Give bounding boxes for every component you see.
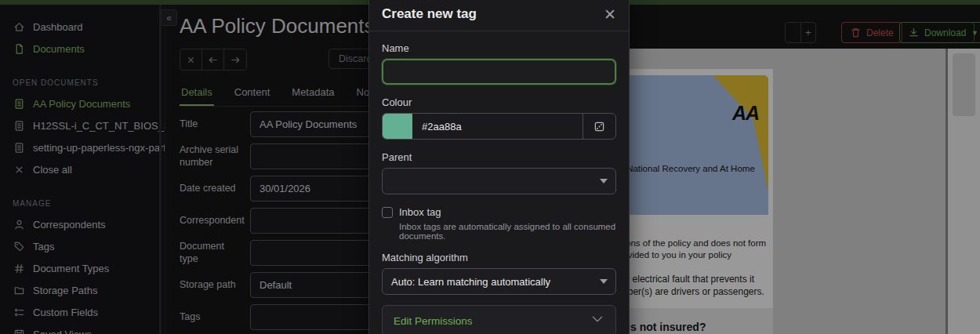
name-label: Name [382,42,616,54]
inbox-tag-hint: Inbox tags are automatically assigned to… [382,222,616,241]
colour-swatch [383,114,412,139]
chevron-down-icon [590,312,604,329]
colour-label: Colour [382,96,616,108]
paperless-app: Dashboard Documents OPEN DOCUMENTS AA Po… [0,0,980,334]
close-icon[interactable]: ✕ [604,7,616,22]
random-colour-button[interactable] [583,114,615,139]
create-tag-modal: Create new tag ✕ Name Colour Parent [368,0,630,334]
colour-input-group [382,113,616,140]
inbox-tag-checkbox[interactable] [382,207,393,218]
matching-algorithm-label: Matching algorithm [382,252,616,263]
chevron-down-icon [600,179,608,183]
modal-header: Create new tag ✕ [369,0,629,31]
edit-permissions-label: Edit Permissions [394,315,473,327]
modal-body: Name Colour Parent [369,31,629,334]
dice-icon [593,121,605,133]
modal-title: Create new tag [382,6,477,22]
inbox-tag-label: Inbox tag [399,206,441,218]
tag-name-input[interactable] [382,59,616,85]
parent-label: Parent [382,151,616,163]
colour-hex-input[interactable] [412,114,583,139]
edit-permissions-accordion[interactable]: Edit Permissions [382,305,616,334]
chevron-down-icon [600,279,608,284]
matching-algorithm-select[interactable]: Auto: Learn matching automatically [382,268,616,295]
parent-select[interactable] [382,168,616,194]
